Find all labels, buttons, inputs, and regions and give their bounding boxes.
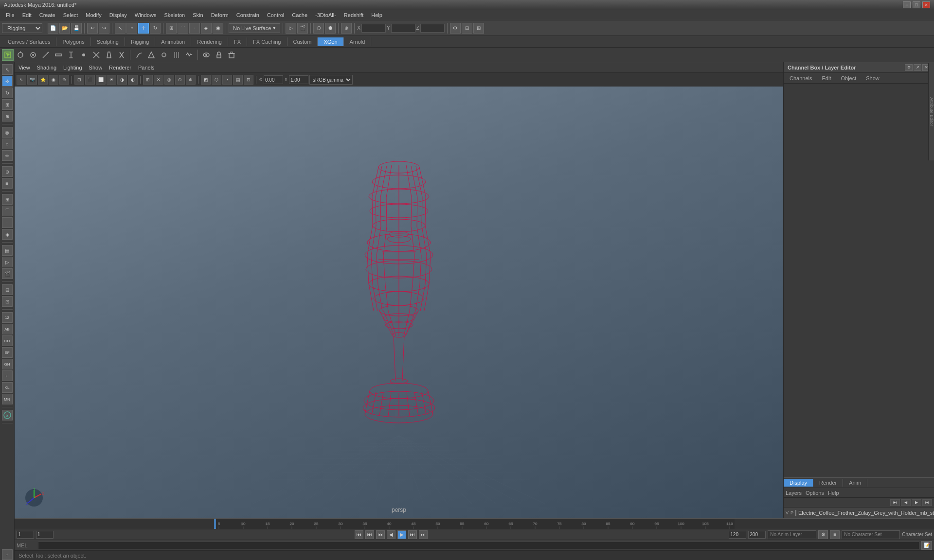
vp-texture-btn[interactable]: ⬜ [96, 75, 106, 85]
rotate-btn[interactable]: ↻ [150, 23, 161, 34]
menu-constrain[interactable]: Constrain [233, 11, 263, 19]
xgen-shape-btn[interactable] [145, 49, 157, 61]
xgen-main-btn[interactable]: X [2, 410, 13, 420]
jump-start-btn[interactable]: ⏮ [355, 530, 363, 539]
tab-fx[interactable]: FX [228, 37, 247, 46]
vp-xray-btn[interactable]: ✕ [154, 75, 163, 85]
snap-point-side-btn[interactable]: · [2, 217, 13, 228]
range-end-field[interactable]: 200 [748, 531, 766, 539]
bottom-tool-btn[interactable]: + [2, 549, 13, 560]
select-tool-btn[interactable]: ↖ [2, 64, 13, 75]
gamma-select[interactable]: sRGB gamma Linear [309, 75, 353, 85]
char-set-btn2[interactable]: ≡ [830, 530, 840, 539]
snap-view-btn[interactable]: ◈ [201, 23, 212, 34]
menu-cache[interactable]: Cache [288, 11, 311, 19]
xgen-width-btn[interactable] [53, 49, 64, 61]
minimize-button[interactable]: − [903, 1, 911, 8]
layer-side-btn[interactable]: ⊟ [2, 284, 13, 295]
vt-view[interactable]: View [17, 64, 32, 71]
paint-btn[interactable]: ✏ [2, 150, 13, 161]
output-ops-btn[interactable]: ⬢ [325, 23, 336, 34]
snap-point-btn[interactable]: · [189, 23, 200, 34]
no-anim-layer-field[interactable]: No Anim Layer [768, 530, 816, 539]
layer-opt-layers[interactable]: Layers [786, 490, 802, 496]
vp-frame-btn[interactable]: ◉ [49, 75, 58, 85]
close-button[interactable]: ✕ [922, 1, 930, 8]
show-manip-side-btn[interactable]: ⊙ [2, 166, 13, 177]
menu-redshift[interactable]: Redshift [340, 11, 367, 19]
tab-sculpting[interactable]: Sculpting [91, 37, 125, 46]
hotbox-btn[interactable]: ⊞ [473, 23, 484, 34]
play-back-btn[interactable]: ◀ [387, 530, 395, 539]
undo-btn[interactable]: ↩ [87, 23, 98, 34]
menu-file[interactable]: File [2, 11, 18, 19]
save-file-btn[interactable]: 💾 [71, 23, 82, 34]
tool-btn-h[interactable]: MN [2, 394, 13, 404]
menu-display[interactable]: Display [106, 11, 131, 19]
open-file-btn[interactable]: 📂 [59, 23, 70, 34]
prev-key-btn[interactable]: ⏮ [376, 530, 385, 539]
time-slider[interactable]: 5 10 15 20 25 30 35 40 45 50 55 60 [15, 518, 934, 529]
layer-opt-options[interactable]: Options [806, 490, 824, 496]
snap-grid-side-btn[interactable]: ⊞ [2, 194, 13, 205]
cb-tab-edit[interactable]: Edit [818, 74, 835, 82]
layer-color-swatch[interactable] [795, 510, 796, 516]
vp-component-btn[interactable]: ⊙ [175, 75, 185, 85]
menu-3dtall[interactable]: -3DtoAll- [311, 11, 340, 19]
vp-isolate-btn[interactable]: ◩ [201, 75, 211, 85]
xgen-cut-btn[interactable] [90, 49, 102, 61]
tab-polygons[interactable]: Polygons [56, 37, 90, 46]
xgen-coil-btn[interactable] [158, 49, 170, 61]
ipr-render-btn[interactable]: ▷ [286, 23, 296, 34]
tab-curves-surfaces[interactable]: Curves / Surfaces [2, 37, 56, 46]
xgen-taper-btn[interactable] [103, 49, 115, 61]
tool-btn-d[interactable]: EF [2, 347, 13, 358]
attr-editor-btn[interactable]: ≡ [2, 178, 13, 189]
move-btn[interactable]: ✛ [138, 23, 149, 34]
char-set-icon-btn[interactable]: ⚙ [818, 530, 828, 539]
grid-layout-btn[interactable]: ⊟ [462, 23, 472, 34]
scale-tool-btn[interactable]: ⊞ [2, 99, 13, 110]
next-key-btn[interactable]: ⏭ [408, 530, 417, 539]
menu-edit[interactable]: Edit [18, 11, 36, 19]
input-ops-btn[interactable]: ⬡ [313, 23, 324, 34]
step-back-btn[interactable]: ⏭ [365, 530, 374, 539]
layer-opt-help[interactable]: Help [828, 490, 839, 496]
ipr-btn[interactable]: ▷ [2, 257, 13, 267]
tool-btn-a[interactable]: 12 [2, 312, 13, 323]
vp-shadows-btn[interactable]: ◑ [117, 75, 127, 85]
current-frame-field[interactable]: 1 [36, 531, 54, 539]
snap-curve-btn[interactable]: ⌒ [178, 23, 188, 34]
tab-rendering[interactable]: Rendering [191, 37, 228, 46]
vp-bb-btn[interactable]: ⬡ [212, 75, 221, 85]
xgen-eye-btn[interactable] [200, 49, 212, 61]
xgen-point-btn[interactable] [78, 49, 90, 61]
tool-btn-c[interactable]: CD [2, 335, 13, 346]
universal-tool-btn[interactable]: ⊕ [2, 111, 13, 122]
new-file-btn[interactable]: 📄 [48, 23, 58, 34]
snap-grid-btn[interactable]: ⊞ [166, 23, 177, 34]
tab-animation[interactable]: Animation [155, 37, 191, 46]
vt-renderer[interactable]: Renderer [107, 64, 133, 71]
vp-polycount-btn[interactable]: ⋮ [222, 75, 232, 85]
tool-btn-g[interactable]: KL [2, 382, 13, 393]
vt-shading[interactable]: Shading [35, 64, 58, 71]
tab-rigging[interactable]: Rigging [125, 37, 155, 46]
snap-live-btn[interactable]: ◉ [213, 23, 223, 34]
xgen-select-btn[interactable] [2, 49, 14, 61]
vp-zoom-btn[interactable]: ⊕ [59, 75, 69, 85]
vp-frame-all-btn[interactable]: ⊡ [244, 75, 253, 85]
menu-modify[interactable]: Modify [82, 11, 105, 19]
menu-deform[interactable]: Deform [207, 11, 233, 19]
maximize-button[interactable]: □ [913, 1, 920, 8]
z-field[interactable] [420, 24, 445, 33]
gamma-field[interactable]: 1.00 [289, 75, 308, 84]
cb-tab-channels[interactable]: Channels [786, 74, 816, 82]
render-region-btn[interactable]: ▤ [2, 245, 13, 256]
cb-settings-btn[interactable]: ⚙ [905, 64, 913, 71]
menu-skeleton[interactable]: Skeleton [160, 11, 189, 19]
vp-snap-btn[interactable]: ⊕ [186, 75, 196, 85]
vp-shaded-btn[interactable]: ⬛ [85, 75, 95, 85]
x-field[interactable] [361, 24, 386, 33]
soft-select-btn[interactable]: ◎ [2, 127, 13, 138]
